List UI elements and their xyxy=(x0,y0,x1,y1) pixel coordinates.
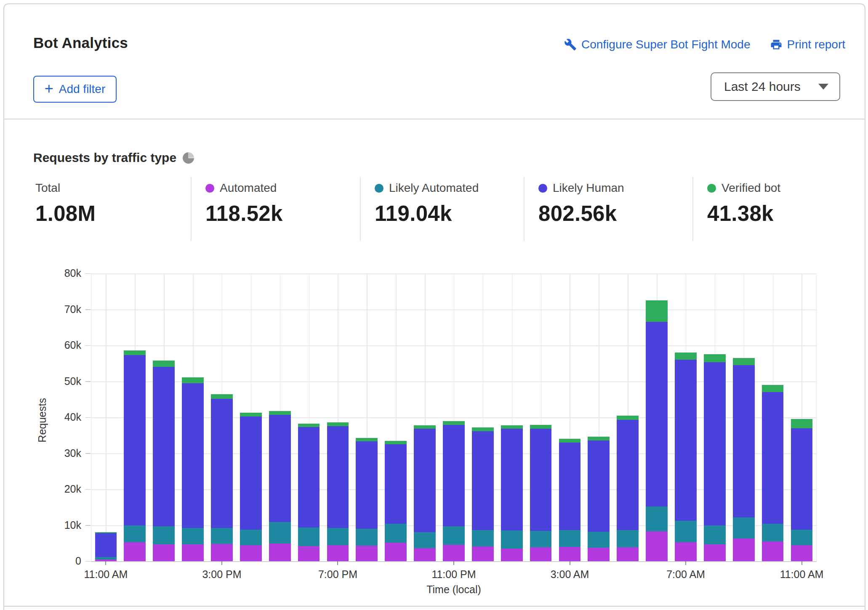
bar-segment-likely-human[interactable] xyxy=(588,440,610,532)
stacked-bar[interactable] xyxy=(588,273,610,561)
bar-segment-likely-automated[interactable] xyxy=(733,517,755,538)
bar-segment-automated[interactable] xyxy=(530,547,552,561)
bar-segment-likely-human[interactable] xyxy=(269,415,291,522)
bar-segment-likely-automated[interactable] xyxy=(182,528,204,544)
bar-segment-automated[interactable] xyxy=(153,544,175,561)
bar-segment-likely-automated[interactable] xyxy=(472,530,494,546)
bar-segment-likely-human[interactable] xyxy=(443,425,465,526)
stacked-bar[interactable] xyxy=(269,273,291,561)
stacked-bar[interactable] xyxy=(153,273,175,561)
stacked-bar[interactable] xyxy=(356,273,378,561)
bar-segment-likely-automated[interactable] xyxy=(617,530,639,547)
stacked-bar[interactable] xyxy=(617,273,639,561)
stacked-bar[interactable] xyxy=(472,273,494,561)
bar-segment-likely-human[interactable] xyxy=(617,420,639,530)
bar-segment-automated[interactable] xyxy=(762,541,784,561)
bar-segment-verified-bot[interactable] xyxy=(530,425,552,429)
bar-segment-likely-human[interactable] xyxy=(327,426,349,528)
bar-segment-likely-human[interactable] xyxy=(124,355,146,525)
bar-segment-automated[interactable] xyxy=(617,547,639,561)
bar-segment-automated[interactable] xyxy=(298,546,320,561)
bar-segment-verified-bot[interactable] xyxy=(414,425,436,429)
bar-segment-likely-human[interactable] xyxy=(791,428,813,530)
bar-segment-likely-human[interactable] xyxy=(501,429,523,530)
bar-segment-verified-bot[interactable] xyxy=(153,361,175,367)
bar-segment-verified-bot[interactable] xyxy=(559,439,581,443)
stacked-bar[interactable] xyxy=(182,273,204,561)
bar-segment-likely-human[interactable] xyxy=(675,360,697,521)
bar-segment-likely-automated[interactable] xyxy=(791,530,813,545)
bar-segment-likely-automated[interactable] xyxy=(501,530,523,549)
bar-segment-automated[interactable] xyxy=(182,544,204,561)
bar-segment-likely-automated[interactable] xyxy=(211,528,233,544)
stacked-bar[interactable] xyxy=(298,273,320,561)
bar-segment-likely-human[interactable] xyxy=(95,533,117,557)
bar-segment-automated[interactable] xyxy=(124,542,146,561)
bar-segment-likely-automated[interactable] xyxy=(675,521,697,542)
bar-segment-verified-bot[interactable] xyxy=(298,424,320,427)
bar-segment-automated[interactable] xyxy=(211,544,233,561)
bar-segment-automated[interactable] xyxy=(675,542,697,561)
stacked-bar[interactable] xyxy=(443,273,465,561)
stacked-bar[interactable] xyxy=(675,273,697,561)
bar-segment-verified-bot[interactable] xyxy=(211,394,233,398)
bar-segment-likely-automated[interactable] xyxy=(559,530,581,547)
bar-segment-automated[interactable] xyxy=(443,545,465,561)
bar-segment-likely-automated[interactable] xyxy=(269,522,291,544)
bar-segment-verified-bot[interactable] xyxy=(791,419,813,428)
configure-super-bot-fight-mode-link[interactable]: Configure Super Bot Fight Mode xyxy=(564,38,751,51)
bar-segment-likely-human[interactable] xyxy=(530,429,552,531)
bar-segment-automated[interactable] xyxy=(356,546,378,561)
bar-segment-likely-human[interactable] xyxy=(414,429,436,532)
bar-segment-verified-bot[interactable] xyxy=(733,358,755,365)
bar-segment-likely-automated[interactable] xyxy=(124,525,146,542)
bar-segment-verified-bot[interactable] xyxy=(327,422,349,426)
bar-segment-likely-automated[interactable] xyxy=(530,531,552,547)
bar-segment-automated[interactable] xyxy=(791,545,813,561)
bar-segment-likely-automated[interactable] xyxy=(327,528,349,546)
bar-segment-automated[interactable] xyxy=(704,544,726,561)
bar-segment-likely-human[interactable] xyxy=(762,392,784,524)
bar-segment-automated[interactable] xyxy=(385,543,407,561)
bar-segment-likely-automated[interactable] xyxy=(356,529,378,546)
stacked-bar[interactable] xyxy=(559,273,581,561)
stacked-bar[interactable] xyxy=(646,273,668,561)
stacked-bar[interactable] xyxy=(501,273,523,561)
bar-segment-verified-bot[interactable] xyxy=(588,437,610,440)
bar-segment-likely-automated[interactable] xyxy=(385,524,407,542)
bar-segment-verified-bot[interactable] xyxy=(356,438,378,442)
stacked-bar[interactable] xyxy=(95,273,117,561)
bar-segment-likely-automated[interactable] xyxy=(443,526,465,545)
bar-segment-likely-human[interactable] xyxy=(240,416,262,529)
bar-segment-automated[interactable] xyxy=(733,538,755,561)
bar-segment-likely-human[interactable] xyxy=(182,383,204,528)
bar-segment-likely-human[interactable] xyxy=(356,441,378,529)
stacked-bar[interactable] xyxy=(211,273,233,561)
bar-segment-verified-bot[interactable] xyxy=(617,416,639,420)
stacked-bar[interactable] xyxy=(414,273,436,561)
stacked-bar[interactable] xyxy=(733,273,755,561)
bar-segment-verified-bot[interactable] xyxy=(240,413,262,416)
stacked-bar[interactable] xyxy=(530,273,552,561)
print-report-link[interactable]: Print report xyxy=(770,38,846,51)
bar-segment-verified-bot[interactable] xyxy=(124,350,146,355)
bar-segment-verified-bot[interactable] xyxy=(182,377,204,383)
bar-segment-automated[interactable] xyxy=(240,545,262,561)
bar-segment-likely-automated[interactable] xyxy=(298,528,320,546)
bar-segment-automated[interactable] xyxy=(646,531,668,561)
bar-segment-verified-bot[interactable] xyxy=(472,427,494,431)
stacked-bar[interactable] xyxy=(327,273,349,561)
bar-segment-likely-automated[interactable] xyxy=(762,524,784,541)
stacked-bar[interactable] xyxy=(762,273,784,561)
bar-segment-verified-bot[interactable] xyxy=(443,421,465,425)
bar-segment-verified-bot[interactable] xyxy=(675,353,697,360)
bar-segment-verified-bot[interactable] xyxy=(646,300,668,322)
bar-segment-automated[interactable] xyxy=(414,548,436,561)
bar-segment-automated[interactable] xyxy=(559,547,581,561)
bar-segment-automated[interactable] xyxy=(327,545,349,561)
bar-segment-verified-bot[interactable] xyxy=(762,385,784,392)
bar-segment-automated[interactable] xyxy=(95,560,117,561)
bar-segment-automated[interactable] xyxy=(588,548,610,561)
bar-segment-likely-human[interactable] xyxy=(646,322,668,507)
bar-segment-likely-automated[interactable] xyxy=(153,526,175,544)
